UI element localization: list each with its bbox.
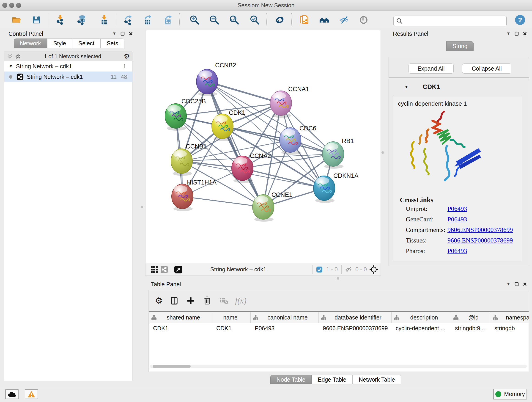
tab-sets[interactable]: Sets <box>101 38 124 48</box>
column-header-database-identifier[interactable]: database identifier <box>319 312 392 323</box>
network-canvas[interactable]: CCNB2CCNA1CDC25BCDK1CDC6RB1CCNB1CCNA2CDK… <box>145 30 381 263</box>
save-session-icon[interactable] <box>31 14 42 26</box>
right-splitter-handle[interactable] <box>381 151 384 154</box>
export-image-icon[interactable] <box>162 14 174 26</box>
add-column-icon[interactable] <box>186 296 196 306</box>
table-row[interactable]: CDK1CDK1P064939606.ENSP00000378699cyclin… <box>149 323 529 333</box>
string-network-icon <box>17 73 24 80</box>
panel-float-icon[interactable] <box>515 32 519 36</box>
import-network-database-icon[interactable] <box>76 14 88 26</box>
panel-menu-icon[interactable]: ▼ <box>112 31 116 36</box>
edge-CCNB2-CCNA1[interactable] <box>207 82 281 103</box>
network-collection-row[interactable]: ▼ String Network – cdk1 1 <box>4 61 132 71</box>
column-header-namespace[interactable]: namespace <box>490 312 529 323</box>
warning-icon <box>27 391 35 398</box>
tab-string[interactable]: String <box>446 41 474 51</box>
import-network-file-icon[interactable] <box>55 14 66 26</box>
table-settings-gear-icon[interactable]: ⚙ <box>155 296 163 305</box>
show-hide-icon[interactable] <box>338 14 350 26</box>
birdseye-view-icon[interactable] <box>173 264 183 274</box>
tab-edge-table[interactable]: Edge Table <box>312 375 353 384</box>
delete-column-icon[interactable] <box>202 296 212 306</box>
expand-all-icon[interactable] <box>15 53 21 59</box>
toolbar-separator <box>266 13 267 26</box>
selected-checkbox-icon[interactable] <box>314 264 324 274</box>
crosslink-link[interactable]: P06493 <box>447 247 467 258</box>
hidden-eye-icon[interactable] <box>343 264 354 274</box>
horizontal-scrollbar[interactable] <box>150 365 527 368</box>
network-tree-header: 1 of 1 Network selected ⚙ <box>4 52 132 61</box>
zoom-out-icon[interactable] <box>209 14 220 26</box>
window-title: Session: New Session <box>0 2 532 9</box>
crosslink-link[interactable]: P06493 <box>447 216 467 226</box>
column-header-shared-name[interactable]: shared name <box>149 312 212 323</box>
search-input[interactable] <box>403 17 506 26</box>
tab-network[interactable]: Network <box>14 38 47 48</box>
tree-options-gear-icon[interactable]: ⚙ <box>124 53 130 60</box>
search-box <box>393 16 507 26</box>
tab-node-table[interactable]: Node Table <box>270 375 312 384</box>
table-panel: Table Panel ▼ ⚙ f(x) shared namenamecano… <box>145 281 532 386</box>
crosslink-row: Compartments:9606.ENSP00000378699 <box>406 226 518 237</box>
crosslink-link[interactable]: P06493 <box>447 205 467 216</box>
main-toolbar: ? <box>0 11 532 28</box>
zoom-fit-icon[interactable] <box>228 14 240 26</box>
tab-network-table[interactable]: Network Table <box>353 375 401 384</box>
open-session-icon[interactable] <box>11 14 22 26</box>
network-row[interactable]: String Network – cdk1 11 48 <box>4 71 132 82</box>
collapse-all-button[interactable]: Collapse All <box>462 64 511 74</box>
cloud-button[interactable] <box>5 389 19 399</box>
network-collection-label: String Network – cdk1 <box>16 63 119 70</box>
zoom-selected-icon[interactable] <box>249 14 260 26</box>
left-splitter-handle[interactable] <box>141 206 143 208</box>
home-networks-icon[interactable] <box>318 14 330 26</box>
export-table-icon[interactable] <box>142 14 154 26</box>
panel-float-icon[interactable] <box>515 282 519 286</box>
crosslink-link[interactable]: 9606.ENSP00000378699 <box>447 226 513 237</box>
collapse-all-icon[interactable] <box>7 53 13 59</box>
node-highlight <box>214 115 228 123</box>
bottom-splitter-handle[interactable] <box>337 277 339 280</box>
column-header-description[interactable]: description <box>392 312 451 323</box>
node-table: shared namenamecanonical namedatabase id… <box>149 312 529 371</box>
warning-button[interactable] <box>25 389 38 399</box>
column-header-canonical-name[interactable]: canonical name <box>251 312 319 323</box>
edge-HIST1H1A-CCNE1[interactable] <box>182 196 263 207</box>
crosslink-link[interactable]: 9606.ENSP00000378699 <box>447 237 513 247</box>
export-network-icon[interactable] <box>123 14 134 26</box>
column-label: canonical name <box>259 314 318 321</box>
help-icon[interactable]: ? <box>514 14 526 26</box>
column-header--id[interactable]: @id <box>451 312 490 323</box>
panel-close-icon[interactable] <box>523 282 527 286</box>
section-expander-icon[interactable]: ▼ <box>404 85 409 89</box>
grid-view-icon[interactable] <box>149 264 159 274</box>
string-import-icon[interactable] <box>298 14 310 26</box>
current-network-dot-icon <box>9 75 12 79</box>
panel-float-icon[interactable] <box>120 32 125 36</box>
network-list-icon[interactable] <box>159 264 169 274</box>
tree-expander-icon[interactable]: ▼ <box>9 64 13 69</box>
column-label: @id <box>459 314 490 321</box>
panel-close-icon[interactable] <box>523 32 527 36</box>
column-label: name <box>212 314 250 321</box>
show-columns-icon[interactable] <box>169 296 179 306</box>
expand-all-button[interactable]: Expand All <box>409 64 454 74</box>
column-header-name[interactable]: name <box>212 312 251 323</box>
highlight-icon[interactable] <box>358 14 369 26</box>
node-highlight <box>272 92 286 99</box>
memory-button[interactable]: Memory <box>493 389 527 400</box>
tab-select[interactable]: Select <box>72 38 100 48</box>
table-panel-title: Table Panel <box>151 281 181 288</box>
zoom-in-icon[interactable] <box>189 14 200 26</box>
panel-close-icon[interactable] <box>129 32 133 36</box>
gene-section-header[interactable]: ▼ CDK1 <box>389 79 529 95</box>
panel-menu-icon[interactable]: ▼ <box>506 31 510 36</box>
tab-style[interactable]: Style <box>47 38 72 48</box>
fit-selected-crosshair-icon[interactable] <box>369 264 379 274</box>
network-graph[interactable]: CCNB2CCNA1CDC25BCDK1CDC6RB1CCNB1CCNA2CDK… <box>146 30 380 263</box>
edge-CCNB2-CCNE1[interactable] <box>207 82 263 207</box>
refresh-layout-icon[interactable] <box>274 14 285 26</box>
panel-menu-icon[interactable]: ▼ <box>506 282 510 287</box>
scrollbar-thumb[interactable] <box>152 365 191 368</box>
import-table-icon[interactable] <box>99 14 110 26</box>
